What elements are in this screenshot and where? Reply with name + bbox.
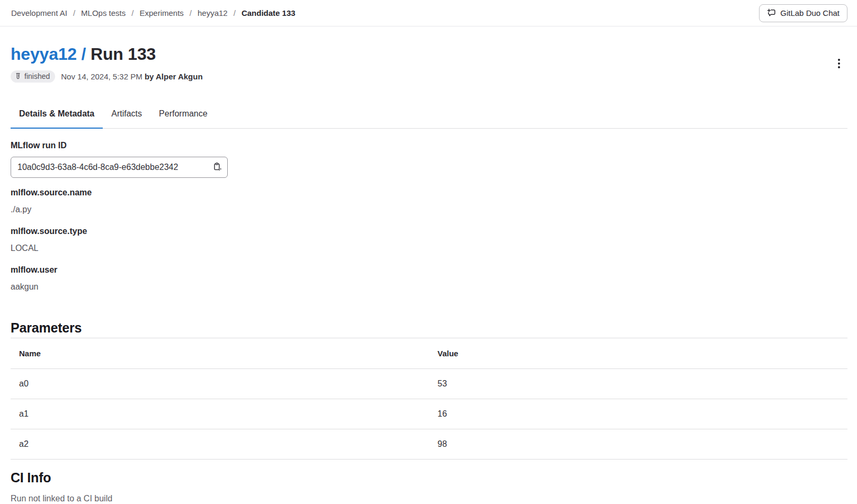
run-id-input-group <box>11 157 228 178</box>
metadata-value: LOCAL <box>11 243 847 253</box>
breadcrumb-separator: / <box>73 8 75 17</box>
table-row: a2 98 <box>11 429 847 459</box>
breadcrumb-separator: / <box>234 8 236 17</box>
clipboard-copy-icon <box>213 163 222 172</box>
ci-info-message: Run not linked to a CI build <box>11 494 847 503</box>
table-row: a0 53 <box>11 368 847 399</box>
run-name: Run 133 <box>91 44 156 64</box>
test-tube-icon <box>14 73 22 80</box>
table-header-row: Name Value <box>11 338 847 368</box>
kebab-menu-button[interactable] <box>831 55 847 72</box>
table-row: a1 16 <box>11 399 847 429</box>
run-id-label: MLflow run ID <box>11 140 847 150</box>
run-meta: finished Nov 14, 2024, 5:32 PM by Alper … <box>11 70 203 83</box>
parameters-title: Parameters <box>11 320 847 336</box>
status-label: finished <box>24 72 50 81</box>
breadcrumb-separator: / <box>131 8 133 17</box>
breadcrumb-item-experiment[interactable]: heyya12 <box>198 8 228 17</box>
metadata-label: mlflow.user <box>11 265 847 275</box>
column-header-value: Value <box>429 338 847 368</box>
experiment-link[interactable]: heyya12 / <box>11 44 86 64</box>
duo-chat-icon <box>767 8 776 17</box>
ellipsis-vertical-icon <box>838 59 840 68</box>
breadcrumb-separator: / <box>190 8 192 17</box>
tab-performance[interactable]: Performance <box>150 102 216 128</box>
param-value: 53 <box>429 368 847 399</box>
tab-details-metadata[interactable]: Details & Metadata <box>11 102 103 128</box>
parameters-table: Name Value a0 53 a1 16 a2 98 <box>11 338 847 460</box>
copy-button[interactable] <box>211 161 224 173</box>
page-title: heyya12 / Run 133 <box>11 44 203 64</box>
column-header-name: Name <box>11 338 429 368</box>
breadcrumb-item-current: Candidate 133 <box>242 8 296 17</box>
ci-info-title: CI Info <box>11 470 847 485</box>
metadata-label: mlflow.source.type <box>11 226 847 236</box>
param-name: a2 <box>11 429 429 459</box>
duo-chat-button[interactable]: GitLab Duo Chat <box>759 4 847 22</box>
metadata-field: mlflow.source.type LOCAL <box>11 226 847 253</box>
metadata-field: mlflow.source.name ./a.py <box>11 187 847 214</box>
breadcrumb-item-group[interactable]: Development AI <box>11 8 67 17</box>
param-name: a1 <box>11 399 429 429</box>
breadcrumb: Development AI / MLOps tests / Experimen… <box>11 8 296 17</box>
param-value: 98 <box>429 429 847 459</box>
run-header: heyya12 / Run 133 finished N <box>11 44 847 83</box>
metadata-field: mlflow.user aakgun <box>11 265 847 292</box>
param-value: 16 <box>429 399 847 429</box>
metadata-label: mlflow.source.name <box>11 187 847 197</box>
tab-artifacts[interactable]: Artifacts <box>103 102 150 128</box>
param-name: a0 <box>11 368 429 399</box>
metadata-value: aakgun <box>11 282 847 292</box>
run-tabs: Details & Metadata Artifacts Performance <box>11 102 847 129</box>
metadata-value: ./a.py <box>11 204 847 214</box>
run-id-input[interactable] <box>12 163 211 172</box>
details-section: MLflow run ID mlflow.source.name ./a.py <box>11 129 847 292</box>
status-badge: finished <box>11 70 55 83</box>
breadcrumb-bar: Development AI / MLOps tests / Experimen… <box>0 0 857 26</box>
run-author: by Alper Akgun <box>145 72 203 81</box>
breadcrumb-item-experiments[interactable]: Experiments <box>139 8 183 17</box>
run-timestamp: Nov 14, 2024, 5:32 PM by Alper Akgun <box>61 72 202 81</box>
duo-chat-label: GitLab Duo Chat <box>780 8 840 17</box>
breadcrumb-item-project[interactable]: MLOps tests <box>81 8 126 17</box>
